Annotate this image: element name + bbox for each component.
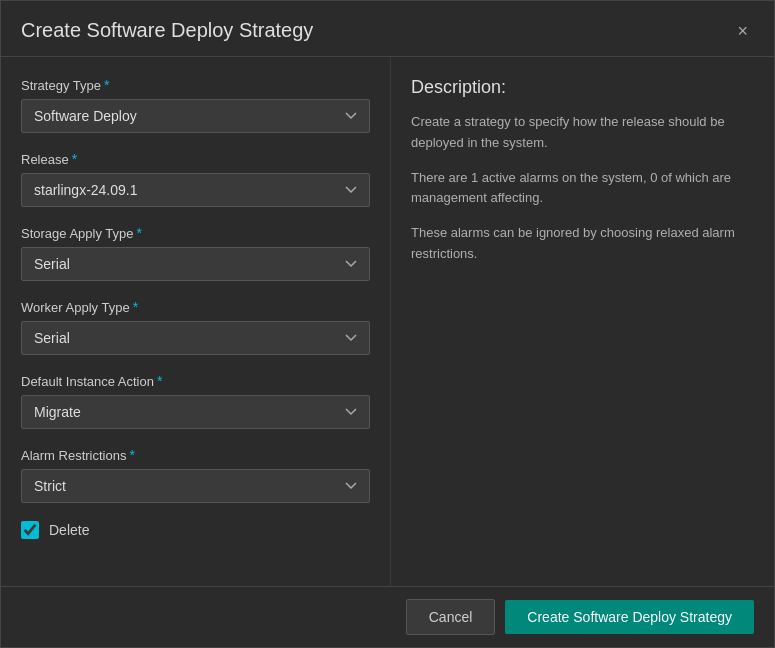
worker-apply-type-group: Worker Apply Type * Serial Parallel Igno…	[21, 299, 370, 355]
alarm-restrictions-label: Alarm Restrictions *	[21, 447, 370, 463]
storage-apply-type-select[interactable]: Serial Parallel Ignore	[21, 247, 370, 281]
required-indicator-2: *	[72, 151, 77, 167]
alarm-restrictions-group: Alarm Restrictions * Strict Relaxed	[21, 447, 370, 503]
worker-apply-type-label: Worker Apply Type *	[21, 299, 370, 315]
strategy-type-select[interactable]: Software Deploy Patch Strategy Upgrade S…	[21, 99, 370, 133]
delete-group: Delete	[21, 521, 370, 539]
default-instance-action-select[interactable]: Migrate Stop-Start	[21, 395, 370, 429]
description-paragraph-1: Create a strategy to specify how the rel…	[411, 112, 754, 154]
modal-footer: Cancel Create Software Deploy Strategy	[1, 586, 774, 647]
modal-container: Create Software Deploy Strategy × Strate…	[0, 0, 775, 648]
storage-apply-type-group: Storage Apply Type * Serial Parallel Ign…	[21, 225, 370, 281]
delete-label[interactable]: Delete	[49, 522, 89, 538]
storage-apply-type-label: Storage Apply Type *	[21, 225, 370, 241]
modal-title: Create Software Deploy Strategy	[21, 19, 313, 42]
required-indicator-6: *	[129, 447, 134, 463]
modal-header: Create Software Deploy Strategy ×	[1, 1, 774, 57]
required-indicator-3: *	[137, 225, 142, 241]
strategy-type-group: Strategy Type * Software Deploy Patch St…	[21, 77, 370, 133]
required-indicator-4: *	[133, 299, 138, 315]
default-instance-action-group: Default Instance Action * Migrate Stop-S…	[21, 373, 370, 429]
modal-overlay: Create Software Deploy Strategy × Strate…	[0, 0, 775, 648]
worker-apply-type-select[interactable]: Serial Parallel Ignore	[21, 321, 370, 355]
description-title: Description:	[411, 77, 754, 98]
modal-body: Strategy Type * Software Deploy Patch St…	[1, 57, 774, 586]
right-panel: Description: Create a strategy to specif…	[391, 57, 774, 586]
left-panel: Strategy Type * Software Deploy Patch St…	[1, 57, 391, 586]
required-indicator-5: *	[157, 373, 162, 389]
cancel-button[interactable]: Cancel	[406, 599, 496, 635]
description-paragraph-2: There are 1 active alarms on the system,…	[411, 168, 754, 210]
release-select[interactable]: starlingx-24.09.1 starlingx-24.03.1	[21, 173, 370, 207]
alarm-restrictions-select[interactable]: Strict Relaxed	[21, 469, 370, 503]
release-group: Release * starlingx-24.09.1 starlingx-24…	[21, 151, 370, 207]
strategy-type-label: Strategy Type *	[21, 77, 370, 93]
close-button[interactable]: ×	[731, 20, 754, 42]
required-indicator: *	[104, 77, 109, 93]
default-instance-action-label: Default Instance Action *	[21, 373, 370, 389]
description-paragraph-3: These alarms can be ignored by choosing …	[411, 223, 754, 265]
delete-checkbox[interactable]	[21, 521, 39, 539]
release-label: Release *	[21, 151, 370, 167]
submit-button[interactable]: Create Software Deploy Strategy	[505, 600, 754, 634]
